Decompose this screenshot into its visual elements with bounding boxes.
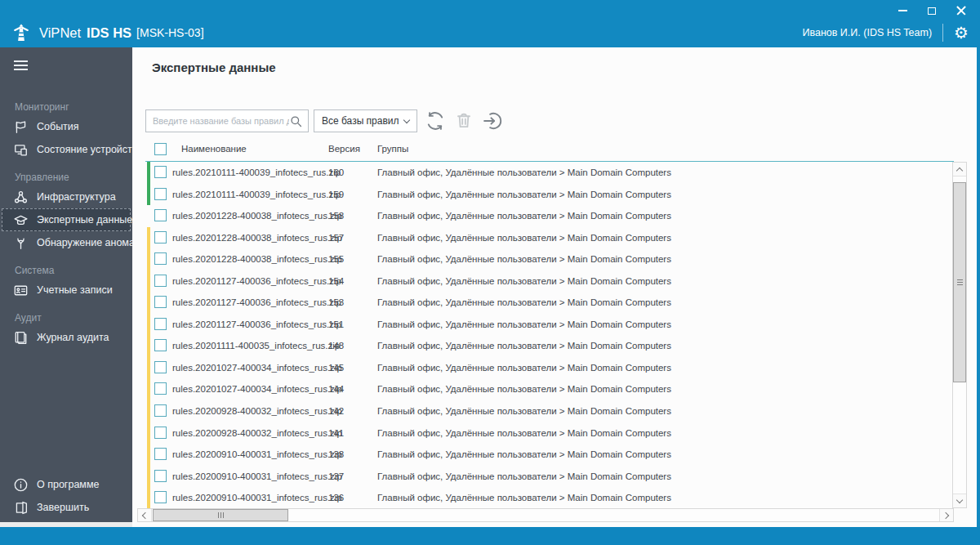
sidebar-section-label: Аудит bbox=[15, 312, 132, 324]
table-row[interactable]: rules.20201228-400038_infotecs_rus.zip15… bbox=[145, 227, 954, 249]
row-checkbox[interactable] bbox=[154, 166, 167, 178]
table-row[interactable]: rules.20200910-400031_infotecs_rus.zip13… bbox=[145, 466, 954, 488]
sidebar-item-flag[interactable]: События bbox=[0, 115, 132, 138]
sidebar-footer-item[interactable]: Завершить bbox=[0, 496, 132, 519]
row-checkbox[interactable] bbox=[154, 296, 167, 308]
brand-product: IDS HS bbox=[87, 25, 131, 41]
minimize-button[interactable] bbox=[897, 5, 908, 16]
horizontal-scroll-thumb[interactable] bbox=[153, 509, 288, 521]
rule-version: 153 bbox=[328, 297, 344, 307]
hamburger-icon[interactable] bbox=[14, 60, 28, 73]
table-row[interactable]: rules.20201127-400036_infotecs_rus.zip15… bbox=[145, 270, 954, 293]
rule-version: 141 bbox=[328, 428, 344, 438]
rule-groups: Главный офис, Удалённые пользователи > M… bbox=[377, 341, 671, 351]
table-row[interactable]: rules.20201027-400034_infotecs_rus.zip14… bbox=[145, 357, 954, 379]
magnifier-icon[interactable] bbox=[289, 114, 303, 128]
rule-groups: Главный офис, Удалённые пользователи > M… bbox=[377, 233, 671, 243]
table-row[interactable]: rules.20200910-400031_infotecs_rus.zip13… bbox=[145, 444, 954, 466]
chevron-down-icon bbox=[403, 116, 410, 123]
row-checkbox[interactable] bbox=[154, 382, 167, 395]
row-checkbox[interactable] bbox=[154, 491, 167, 503]
titlebar: ViPNet IDS HS [MSK-HS-03] Иванов И.И. (I… bbox=[0, 0, 980, 47]
sidebar-footer-item[interactable]: О программе bbox=[0, 473, 132, 496]
rule-version: 157 bbox=[328, 233, 344, 243]
sidebar: МониторингСобытияСостояние устройствУпра… bbox=[0, 47, 132, 522]
table-row[interactable]: rules.20201228-400038_infotecs_rus.zip15… bbox=[145, 248, 954, 270]
user-name: Иванов И.И. (IDS HS Team) bbox=[802, 27, 932, 38]
lighthouse-icon bbox=[10, 21, 33, 44]
column-header-groups: Группы bbox=[377, 144, 408, 154]
brand-name: ViPNet bbox=[39, 25, 81, 41]
sidebar-section-label: Управление bbox=[15, 172, 132, 183]
row-checkbox[interactable] bbox=[154, 404, 167, 417]
maximize-button[interactable] bbox=[926, 5, 938, 16]
row-checkbox[interactable] bbox=[154, 361, 167, 373]
row-checkbox[interactable] bbox=[154, 339, 167, 351]
sidebar-section-label: Система bbox=[15, 265, 132, 276]
table-row[interactable]: rules.20200928-400032_infotecs_rus.zip14… bbox=[145, 422, 954, 444]
status-indicator bbox=[147, 184, 150, 206]
rule-groups: Главный офис, Удалённые пользователи > M… bbox=[377, 190, 671, 199]
vertical-scrollbar[interactable] bbox=[952, 162, 967, 508]
table-row[interactable]: rules.20200910-400031_infotecs_rus.zip13… bbox=[145, 487, 954, 508]
sidebar-nav: МониторингСобытияСостояние устройствУпра… bbox=[0, 73, 132, 349]
select-all-checkbox[interactable] bbox=[154, 143, 167, 155]
table-row[interactable]: rules.20210111-400039_infotecs_rus.zip16… bbox=[145, 162, 954, 184]
status-indicator bbox=[147, 227, 150, 249]
rule-name: rules.20210111-400039_infotecs_rus.zip bbox=[172, 190, 341, 199]
row-checkbox[interactable] bbox=[154, 188, 167, 200]
table-row[interactable]: rules.20201127-400036_infotecs_rus.zip15… bbox=[145, 314, 954, 336]
sidebar-item-label: О программе bbox=[37, 479, 99, 490]
refresh-button[interactable] bbox=[425, 110, 446, 132]
sidebar-item-label: События bbox=[37, 121, 79, 132]
sidebar-item-graduation-cap[interactable]: Экспертные данные bbox=[2, 208, 131, 231]
horizontal-scrollbar[interactable] bbox=[137, 508, 954, 522]
row-checkbox[interactable] bbox=[154, 209, 167, 221]
sidebar-item-id-card[interactable]: Учетные записи bbox=[0, 279, 132, 302]
row-checkbox[interactable] bbox=[154, 318, 167, 330]
vertical-scroll-thumb[interactable] bbox=[953, 182, 966, 382]
rule-groups: Главный офис, Удалённые пользователи > M… bbox=[377, 471, 671, 481]
sidebar-item-journal[interactable]: Журнал аудита bbox=[0, 326, 132, 349]
row-checkbox[interactable] bbox=[154, 427, 167, 439]
scroll-right-arrow[interactable] bbox=[939, 509, 953, 521]
app-header: ViPNet IDS HS [MSK-HS-03] Иванов И.И. (I… bbox=[0, 21, 980, 47]
table-row[interactable]: rules.20201228-400038_infotecs_rus.zip15… bbox=[145, 205, 954, 227]
rule-version: 145 bbox=[328, 363, 344, 373]
rule-groups: Главный офис, Удалённые пользователи > M… bbox=[377, 428, 671, 438]
row-checkbox[interactable] bbox=[154, 470, 167, 482]
sidebar-item-branch[interactable]: Обнаружение аномалий bbox=[0, 231, 132, 254]
rule-base-filter-dropdown[interactable]: Все базы правил bbox=[314, 109, 417, 132]
status-indicator bbox=[147, 335, 150, 357]
rule-name: rules.20201228-400038_infotecs_rus.zip bbox=[172, 254, 342, 264]
page-title: Экспертные данные bbox=[152, 60, 276, 74]
sidebar-item-devices[interactable]: Состояние устройств bbox=[0, 138, 132, 161]
table-row[interactable]: rules.20201127-400036_infotecs_rus.zip15… bbox=[145, 292, 954, 314]
toolbar-actions bbox=[425, 110, 503, 132]
rule-name: rules.20200928-400032_infotecs_rus.zip bbox=[172, 428, 342, 438]
scroll-left-arrow[interactable] bbox=[138, 509, 152, 521]
import-button[interactable] bbox=[482, 110, 503, 132]
status-indicator bbox=[147, 205, 150, 227]
header-divider bbox=[942, 24, 943, 42]
row-checkbox[interactable] bbox=[154, 448, 167, 460]
close-icon bbox=[956, 6, 966, 16]
trash-button bbox=[453, 110, 474, 132]
search-input[interactable] bbox=[153, 116, 289, 126]
table-row[interactable]: rules.20201111-400035_infotecs_rus.zip14… bbox=[145, 335, 954, 357]
row-checkbox[interactable] bbox=[154, 252, 167, 265]
exit-icon bbox=[13, 500, 29, 516]
close-button[interactable] bbox=[956, 5, 967, 16]
table-row[interactable]: rules.20200928-400032_infotecs_rus.zip14… bbox=[145, 400, 954, 422]
table-row[interactable]: rules.20210111-400039_infotecs_rus.zip15… bbox=[145, 184, 954, 206]
status-indicator bbox=[147, 378, 150, 400]
row-checkbox[interactable] bbox=[154, 275, 167, 287]
scroll-down-arrow[interactable] bbox=[953, 494, 966, 507]
sidebar-item-infrastructure[interactable]: Инфраструктура bbox=[0, 185, 132, 208]
gear-icon[interactable]: ⚙ bbox=[954, 25, 969, 41]
scroll-up-arrow[interactable] bbox=[953, 163, 966, 176]
rule-groups: Главный офис, Удалённые пользователи > M… bbox=[377, 254, 671, 264]
rule-version: 136 bbox=[328, 493, 344, 503]
row-checkbox[interactable] bbox=[154, 231, 167, 243]
table-row[interactable]: rules.20201027-400034_infotecs_rus.zip14… bbox=[145, 378, 954, 400]
